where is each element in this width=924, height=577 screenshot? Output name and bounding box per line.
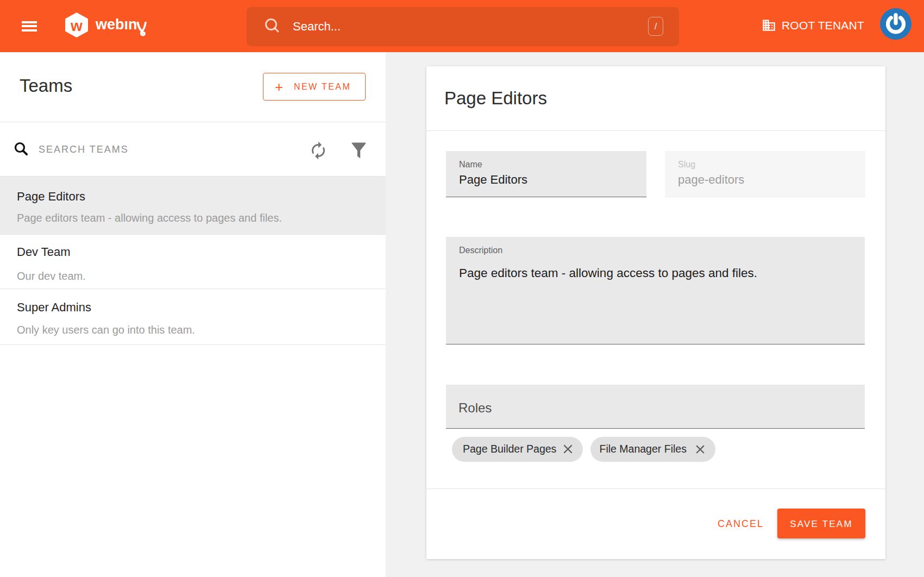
svg-text:w: w [70,17,83,34]
